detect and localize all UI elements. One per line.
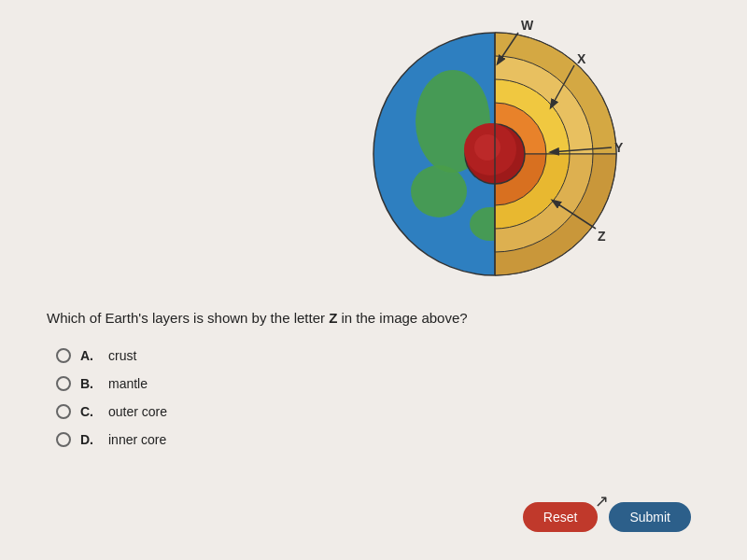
label-Y: Y xyxy=(614,140,624,155)
option-A-text: crust xyxy=(108,348,136,363)
earth-diagram: W X Y Z xyxy=(345,9,654,299)
question-text-suffix: in the image above? xyxy=(337,310,467,326)
option-D[interactable]: D. inner core xyxy=(56,432,719,447)
option-C[interactable]: C. outer core xyxy=(56,404,719,419)
submit-button[interactable]: Submit xyxy=(609,502,691,532)
option-D-label: D. xyxy=(80,432,99,447)
question-bold-letter: Z xyxy=(329,310,337,326)
reset-button[interactable]: Reset xyxy=(523,502,599,532)
option-B[interactable]: B. mantle xyxy=(56,376,719,391)
option-B-text: mantle xyxy=(108,376,148,391)
label-Z: Z xyxy=(598,229,606,244)
options-list: A. crust B. mantle C. outer core D. inne… xyxy=(56,348,719,447)
option-D-text: inner core xyxy=(108,432,166,447)
option-B-label: B. xyxy=(80,376,99,391)
label-W: W xyxy=(521,18,534,33)
radio-C[interactable] xyxy=(56,404,71,419)
buttons-area: Reset Submit xyxy=(523,502,691,532)
svg-point-6 xyxy=(474,134,500,161)
label-X: X xyxy=(577,51,586,66)
radio-A[interactable] xyxy=(56,348,71,363)
question-text-prefix: Which of Earth's layers is shown by the … xyxy=(47,310,329,326)
question-text: Which of Earth's layers is shown by the … xyxy=(47,308,719,328)
radio-B[interactable] xyxy=(56,376,71,391)
option-C-text: outer core xyxy=(108,404,167,419)
diagram-container: W X Y Z xyxy=(345,9,654,299)
page: W X Y Z Which of Earth's layers is shown… xyxy=(0,0,747,560)
option-C-label: C. xyxy=(80,404,99,419)
question-area: Which of Earth's layers is shown by the … xyxy=(47,308,719,447)
radio-D[interactable] xyxy=(56,432,71,447)
svg-point-2 xyxy=(411,165,467,217)
option-A[interactable]: A. crust xyxy=(56,348,719,363)
option-A-label: A. xyxy=(80,348,99,363)
